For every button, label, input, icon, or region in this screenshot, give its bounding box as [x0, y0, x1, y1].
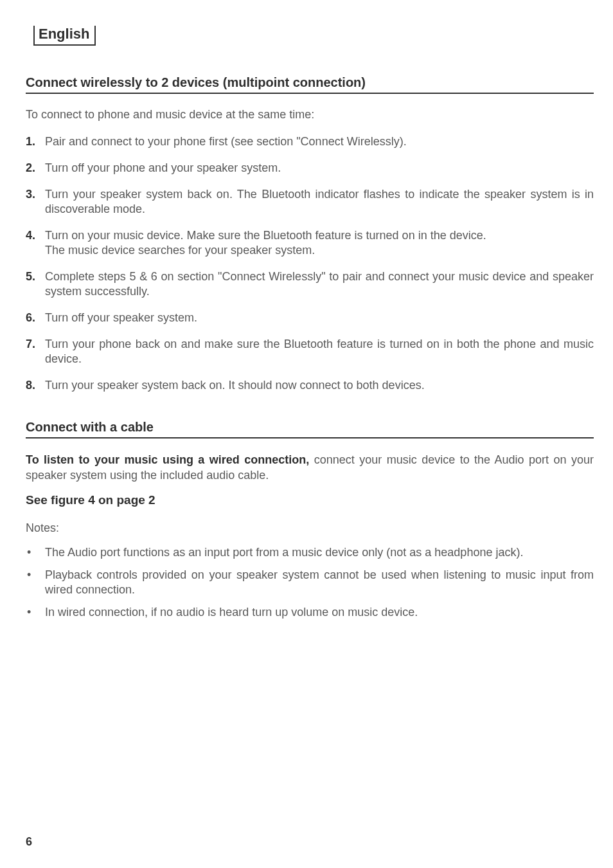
note-item: Playback controls provided on your speak… — [26, 568, 594, 597]
step-item: Turn your phone back on and make sure th… — [26, 337, 594, 366]
notes-label: Notes: — [26, 521, 594, 535]
section-heading-cable: Connect with a cable — [26, 420, 594, 439]
section1-steps: Pair and connect to your phone first (se… — [26, 134, 594, 393]
step-item: Turn off your speaker system. — [26, 311, 594, 325]
step-item: Turn on your music device. Make sure the… — [26, 228, 594, 258]
language-tab-container: English — [26, 26, 594, 46]
section-heading-multipoint: Connect wirelessly to 2 devices (multipo… — [26, 75, 594, 94]
step-item: Pair and connect to your phone first (se… — [26, 134, 594, 149]
note-item: The Audio port functions as an input por… — [26, 545, 594, 560]
step-item: Turn off your phone and your speaker sys… — [26, 161, 594, 176]
step-item: Complete steps 5 & 6 on section "Connect… — [26, 269, 594, 299]
step-item-line: The music device searches for your speak… — [45, 243, 594, 258]
page-number: 6 — [26, 835, 32, 849]
section2-lead: To listen to your music using a wired co… — [26, 453, 309, 466]
step-item: Turn your speaker system back on. The Bl… — [26, 187, 594, 217]
notes-list: The Audio port functions as an input por… — [26, 545, 594, 620]
section2-paragraph: To listen to your music using a wired co… — [26, 453, 594, 483]
note-item: In wired connection, if no audio is hear… — [26, 605, 594, 620]
section1-intro: To connect to phone and music device at … — [26, 108, 594, 122]
step-item-line: Turn on your music device. Make sure the… — [45, 228, 594, 243]
see-figure-heading: See figure 4 on page 2 — [26, 493, 594, 507]
step-item: Turn your speaker system back on. It sho… — [26, 378, 594, 393]
language-tab: English — [33, 26, 96, 46]
